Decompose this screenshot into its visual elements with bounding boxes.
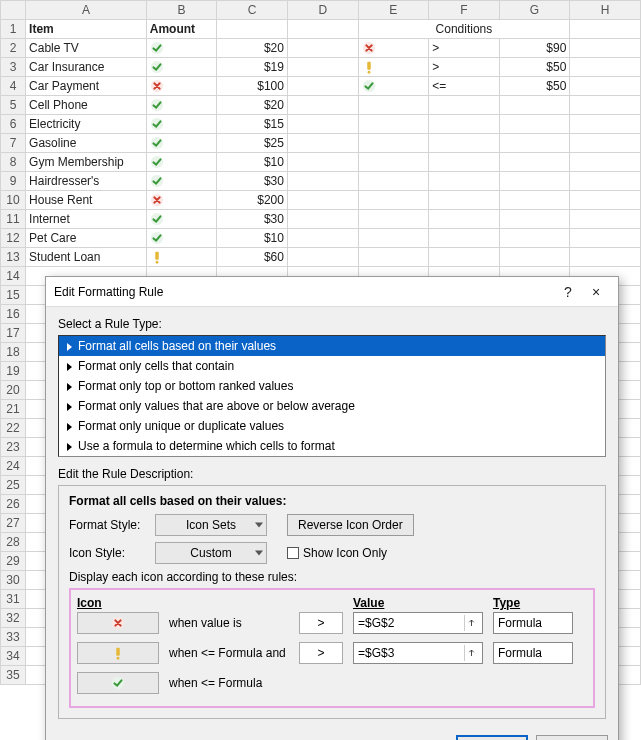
cell[interactable]: Cell Phone bbox=[26, 96, 147, 115]
cross-icon bbox=[362, 41, 376, 55]
value-input[interactable]: =$G$2 bbox=[353, 612, 483, 634]
cell[interactable]: Amount bbox=[146, 20, 217, 39]
cell[interactable]: $25 bbox=[217, 134, 288, 153]
close-button[interactable]: × bbox=[582, 284, 610, 300]
show-icon-only-checkbox[interactable]: Show Icon Only bbox=[287, 546, 387, 560]
range-ref-button[interactable] bbox=[464, 615, 480, 631]
table-row[interactable]: 4Car Payment$100<=$50 bbox=[1, 77, 641, 96]
icon-style-label: Icon Style: bbox=[69, 546, 149, 560]
cell[interactable]: Gym Membership bbox=[26, 153, 147, 172]
reverse-icon-order-button[interactable]: Reverse Icon Order bbox=[287, 514, 414, 536]
cell[interactable]: > bbox=[429, 39, 500, 58]
cross-icon bbox=[150, 79, 164, 93]
cell[interactable]: $15 bbox=[217, 115, 288, 134]
dialog-title: Edit Formatting Rule bbox=[54, 285, 163, 299]
cell[interactable]: Pet Care bbox=[26, 229, 147, 248]
icon-dropdown[interactable] bbox=[77, 612, 159, 634]
cell[interactable] bbox=[146, 229, 217, 248]
cell[interactable]: Car Payment bbox=[26, 77, 147, 96]
cell[interactable]: $30 bbox=[217, 210, 288, 229]
cell[interactable] bbox=[146, 172, 217, 191]
cell[interactable]: $20 bbox=[217, 96, 288, 115]
help-button[interactable]: ? bbox=[554, 284, 582, 300]
table-row[interactable]: 9Hairdresser's$30 bbox=[1, 172, 641, 191]
format-style-label: Format Style: bbox=[69, 518, 149, 532]
cell[interactable]: <= bbox=[429, 77, 500, 96]
cell[interactable]: $10 bbox=[217, 153, 288, 172]
cell[interactable]: Internet bbox=[26, 210, 147, 229]
cell[interactable] bbox=[146, 58, 217, 77]
select-rule-type-label: Select a Rule Type: bbox=[58, 317, 606, 331]
cell[interactable]: $30 bbox=[217, 172, 288, 191]
icon-style-dropdown[interactable]: Custom bbox=[155, 542, 267, 564]
check-icon bbox=[150, 212, 164, 226]
cell[interactable] bbox=[146, 248, 217, 267]
table-row[interactable]: 13Student Loan$60 bbox=[1, 248, 641, 267]
cell[interactable]: $19 bbox=[217, 58, 288, 77]
operator-dropdown[interactable]: > bbox=[299, 642, 343, 664]
cell[interactable]: $10 bbox=[217, 229, 288, 248]
table-row[interactable]: 5Cell Phone$20 bbox=[1, 96, 641, 115]
cell[interactable] bbox=[146, 77, 217, 96]
table-row[interactable]: 2Cable TV$20>$90 bbox=[1, 39, 641, 58]
cell[interactable]: Conditions bbox=[358, 20, 570, 39]
cell[interactable]: $100 bbox=[217, 77, 288, 96]
ok-button[interactable]: OK bbox=[456, 735, 528, 740]
table-row[interactable]: 12Pet Care$10 bbox=[1, 229, 641, 248]
cell[interactable]: Cable TV bbox=[26, 39, 147, 58]
rule-type-item[interactable]: Format all cells based on their values bbox=[59, 336, 605, 356]
cell[interactable]: House Rent bbox=[26, 191, 147, 210]
rule-type-item[interactable]: Format only values that are above or bel… bbox=[59, 396, 605, 416]
check-icon bbox=[150, 231, 164, 245]
cell[interactable]: Item bbox=[26, 20, 147, 39]
cell[interactable]: > bbox=[429, 58, 500, 77]
icon-dropdown[interactable] bbox=[77, 642, 159, 664]
cell[interactable]: Car Insurance bbox=[26, 58, 147, 77]
format-style-dropdown[interactable]: Icon Sets bbox=[155, 514, 267, 536]
cell[interactable]: Gasoline bbox=[26, 134, 147, 153]
table-row[interactable]: 11Internet$30 bbox=[1, 210, 641, 229]
check-icon bbox=[150, 41, 164, 55]
operator-dropdown[interactable]: > bbox=[299, 612, 343, 634]
cell[interactable] bbox=[146, 191, 217, 210]
cell[interactable]: $200 bbox=[217, 191, 288, 210]
cell[interactable] bbox=[358, 58, 429, 77]
warn-icon bbox=[362, 60, 376, 74]
table-row[interactable]: 3Car Insurance$19>$50 bbox=[1, 58, 641, 77]
range-ref-button[interactable] bbox=[464, 645, 480, 661]
rule-type-list[interactable]: Format all cells based on their valuesFo… bbox=[58, 335, 606, 457]
warn-icon bbox=[111, 646, 125, 660]
cell[interactable]: $20 bbox=[217, 39, 288, 58]
cell[interactable] bbox=[146, 153, 217, 172]
cell[interactable] bbox=[146, 115, 217, 134]
table-row[interactable]: 6Electricity$15 bbox=[1, 115, 641, 134]
cell[interactable]: $60 bbox=[217, 248, 288, 267]
cell[interactable] bbox=[146, 39, 217, 58]
type-dropdown[interactable]: Formula bbox=[493, 612, 573, 634]
type-dropdown[interactable]: Formula bbox=[493, 642, 573, 664]
icon-dropdown[interactable] bbox=[77, 672, 159, 694]
cell[interactable] bbox=[146, 210, 217, 229]
table-row[interactable]: 7Gasoline$25 bbox=[1, 134, 641, 153]
cancel-button[interactable]: Cancel bbox=[536, 735, 608, 740]
cell[interactable]: $90 bbox=[499, 39, 570, 58]
table-row[interactable]: 8Gym Membership$10 bbox=[1, 153, 641, 172]
table-row[interactable]: 10House Rent$200 bbox=[1, 191, 641, 210]
rule-type-item[interactable]: Format only unique or duplicate values bbox=[59, 416, 605, 436]
table-row[interactable]: 1 Item Amount Conditions bbox=[1, 20, 641, 39]
rule-type-item[interactable]: Use a formula to determine which cells t… bbox=[59, 436, 605, 456]
cell[interactable] bbox=[146, 96, 217, 115]
panel-title: Format all cells based on their values: bbox=[69, 494, 595, 508]
cell[interactable] bbox=[358, 77, 429, 96]
cell[interactable]: Student Loan bbox=[26, 248, 147, 267]
cell[interactable]: Hairdresser's bbox=[26, 172, 147, 191]
value-input[interactable]: =$G$3 bbox=[353, 642, 483, 664]
cell[interactable]: $50 bbox=[499, 58, 570, 77]
cell[interactable]: $50 bbox=[499, 77, 570, 96]
column-headers: ABCDEFGH bbox=[1, 1, 641, 20]
cell[interactable] bbox=[146, 134, 217, 153]
rule-type-item[interactable]: Format only top or bottom ranked values bbox=[59, 376, 605, 396]
cell[interactable] bbox=[358, 39, 429, 58]
rule-type-item[interactable]: Format only cells that contain bbox=[59, 356, 605, 376]
cell[interactable]: Electricity bbox=[26, 115, 147, 134]
